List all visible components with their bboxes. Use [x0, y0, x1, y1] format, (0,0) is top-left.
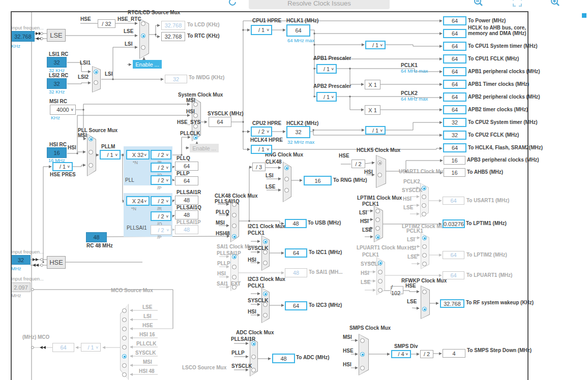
label-msi: MSI — [143, 360, 152, 365]
lptim1-frequency[interactable]: 0.03276 — [443, 219, 465, 228]
rtc-lcd-source-mux-option-0[interactable] — [141, 21, 145, 26]
i2c1-clock-mux-option-0[interactable] — [263, 239, 268, 244]
label-64-mhz-max: 64 MHz max — [401, 97, 428, 102]
cpu2-fclk-frequency[interactable]: 32 — [443, 131, 466, 140]
label-to-power-mhz: To Power (MHz) — [468, 18, 506, 23]
lsi1-frequency[interactable]: 32 — [47, 57, 67, 68]
hse-input-frequency[interactable]: 32 — [11, 255, 31, 265]
hclk-ahb-frequency[interactable]: 64 — [443, 29, 466, 38]
hclk4-frequency[interactable]: 64 — [443, 143, 466, 152]
pll-r-divider[interactable]: / 2 — [151, 150, 171, 160]
label-apb2-prescaler: APB2 Prescaler — [313, 84, 351, 89]
rc48-frequency[interactable]: 48 — [86, 232, 107, 242]
rng-clock-mux-option-2[interactable] — [284, 188, 289, 193]
hsi-rc-frequency[interactable]: 16 — [47, 147, 67, 158]
adc-clock-mux-option-2[interactable] — [251, 368, 256, 372]
smps-clock-mux-option-0[interactable] — [360, 338, 365, 343]
apb1-periph-frequency[interactable]: 64 — [443, 67, 466, 76]
hclk1-frequency[interactable]: 64 — [286, 24, 310, 37]
lse-input-frequency[interactable]: 32.768 — [11, 31, 35, 42]
rng-frequency[interactable]: 16 — [304, 176, 332, 185]
hclk2-frequency[interactable]: 32 — [286, 126, 310, 138]
i2c3-clock-mux-option-1[interactable] — [263, 302, 268, 307]
rtc-lcd-source-mux-option-2[interactable] — [141, 45, 145, 50]
lptim1-clock-mux-option-3[interactable] — [375, 235, 380, 239]
system-clock-mux-option-3[interactable] — [193, 135, 198, 140]
i2c1-clock-mux-option-2[interactable] — [263, 261, 268, 265]
i2c3-clock-mux-option-2[interactable] — [263, 313, 268, 318]
lptim1-clock-mux-option-2[interactable] — [375, 226, 380, 231]
system-clock-mux-option-1[interactable] — [193, 113, 198, 118]
cpu1-fclk-frequency[interactable]: 64 — [443, 54, 466, 64]
rng-clock-mux-option-1[interactable] — [284, 177, 289, 181]
to-power-frequency[interactable]: 64 — [443, 16, 466, 25]
label-hsi: HSI — [361, 271, 369, 276]
pll-source-mux-option-2[interactable] — [89, 163, 93, 168]
label-pclk1: PCLK1 — [401, 63, 418, 68]
cpu2-systimer-divider[interactable]: / 1 — [365, 126, 386, 135]
label-hsi: HSI — [403, 197, 411, 202]
clk48-clock-mux-option-1[interactable] — [232, 213, 237, 217]
hse-pres-divider[interactable]: / 1 — [52, 162, 73, 171]
apb3-frequency: 16 — [444, 156, 465, 165]
enable-pll-button: Enable ... — [190, 144, 219, 152]
label-lsi2: LSI2 — [78, 75, 89, 80]
lptim1-clock-mux-option-1[interactable] — [375, 217, 380, 222]
apb2-timer-frequency[interactable]: 64 — [443, 105, 466, 114]
rfwkp-clock-mux-option-0[interactable] — [422, 290, 427, 294]
pll-n-multiplier[interactable]: X 32 — [126, 150, 150, 160]
adc-clock-mux-option-0[interactable] — [251, 341, 256, 346]
hclk5-clock-mux-option-1[interactable] — [377, 173, 382, 177]
hclk4-hpre-divider[interactable]: / 1 — [251, 145, 272, 154]
cpu2-systimer-frequency[interactable]: 32 — [443, 118, 466, 127]
lsi-mux-option-0[interactable] — [94, 70, 98, 74]
label-to-usart1-mhz: To USART1 (MHz) — [466, 198, 509, 203]
label-hsi-rc: HSI RC — [49, 142, 67, 147]
cpu1-systimer-frequency[interactable]: 64 — [443, 42, 466, 51]
apb1-timer-frequency[interactable]: 64 — [443, 80, 466, 89]
pll-source-mux-option-0[interactable] — [89, 137, 93, 141]
clk48-clock-mux-option-3[interactable] — [232, 234, 237, 239]
rng-clock-mux-option-0[interactable] — [284, 166, 289, 170]
cpu2-hpre-divider[interactable]: / 2 — [251, 126, 272, 137]
i2c3-frequency[interactable]: 64 — [285, 301, 307, 310]
rtc-lcd-source-mux-option-1[interactable] — [141, 34, 145, 38]
label-to-sai1-mh: To SAI1 (MH... — [309, 270, 342, 275]
i2c1-clock-mux-option-1[interactable] — [263, 250, 268, 255]
hclk5-clock-mux-option-0[interactable] — [377, 161, 382, 165]
pllsai1-r-divider[interactable]: / 2 — [151, 196, 171, 206]
i2c1-frequency[interactable]: 64 — [285, 248, 307, 258]
smps-clock-mux-option-2[interactable] — [360, 366, 365, 370]
usb-frequency[interactable]: 48 — [285, 219, 307, 228]
pll-q-divider[interactable]: / 2 — [151, 163, 171, 172]
smps-div-select[interactable]: / 4 — [391, 350, 411, 358]
pll-p-divider[interactable]: / 2 — [151, 175, 171, 185]
smps-clock-mux-option-1[interactable] — [360, 352, 365, 357]
enable-rtc-button[interactable]: Enable ... — [133, 60, 162, 69]
clk48-clock-mux-option-0[interactable] — [232, 202, 237, 207]
cpu1-hpre-divider[interactable]: / 1 — [251, 25, 272, 35]
lptim1-clock-mux-option-0[interactable] — [375, 209, 380, 213]
i2c3-clock-mux-option-0[interactable] — [263, 292, 268, 296]
system-clock-mux-option-0[interactable] — [193, 102, 198, 107]
apb2-periph-frequency[interactable]: 64 — [443, 92, 466, 102]
rf-wakeup-frequency[interactable]: 32.768 — [440, 299, 464, 308]
mco-source-mux-option-6 — [122, 363, 127, 368]
apb2-prescaler[interactable]: / 1 — [316, 92, 337, 102]
clk48-clock-mux-option-2[interactable] — [232, 224, 237, 228]
pllsai1-q-divider[interactable]: / 2 — [151, 211, 171, 221]
pllm-divider[interactable]: / 1 — [100, 150, 121, 160]
lsi-mux-option-1[interactable] — [94, 80, 98, 85]
clock-configuration-view: Resolve Clock Issues — [0, 0, 588, 380]
lsi2-frequency[interactable]: 32 — [47, 78, 67, 89]
apb1-prescaler[interactable]: / 1 — [316, 64, 337, 74]
pll-source-mux-option-1[interactable] — [89, 150, 93, 154]
msi-rc-select[interactable]: 4000 — [50, 105, 76, 115]
adc-frequency[interactable]: 48 — [272, 354, 295, 363]
mco-source-mux-option-3 — [122, 336, 127, 340]
rfwkp-clock-mux-option-1[interactable] — [422, 307, 427, 311]
system-clock-mux-option-2[interactable] — [193, 124, 198, 129]
cpu1-systimer-divider[interactable]: / 1 — [365, 41, 386, 49]
pllsai1-n-multiplier[interactable]: X 24 — [126, 196, 150, 206]
adc-clock-mux-option-1[interactable] — [251, 355, 256, 359]
